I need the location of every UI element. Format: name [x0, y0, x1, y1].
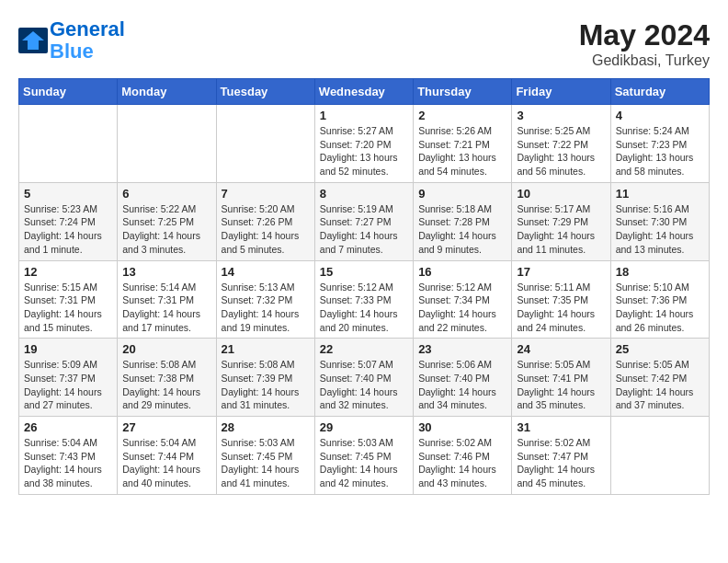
calendar-cell: 20Sunrise: 5:08 AMSunset: 7:38 PMDayligh…: [118, 339, 216, 417]
day-info: Sunrise: 5:02 AMSunset: 7:47 PMDaylight:…: [517, 436, 605, 490]
weekday-header-thursday: Thursday: [414, 79, 512, 105]
day-number: 18: [616, 265, 704, 279]
calendar-cell: 21Sunrise: 5:08 AMSunset: 7:39 PMDayligh…: [216, 339, 314, 417]
calendar-cell: [216, 105, 314, 183]
calendar-cell: 12Sunrise: 5:15 AMSunset: 7:31 PMDayligh…: [19, 260, 118, 339]
day-info: Sunrise: 5:04 AMSunset: 7:44 PMDaylight:…: [122, 436, 210, 490]
logo: GeneralBlue: [18, 18, 125, 63]
day-info: Sunrise: 5:12 AMSunset: 7:34 PMDaylight:…: [418, 281, 506, 335]
calendar-cell: 19Sunrise: 5:09 AMSunset: 7:37 PMDayligh…: [19, 339, 118, 417]
day-info: Sunrise: 5:20 AMSunset: 7:26 PMDaylight:…: [222, 202, 310, 257]
weekday-header-sunday: Sunday: [19, 79, 118, 105]
day-info: Sunrise: 5:26 AMSunset: 7:21 PMDaylight:…: [418, 124, 506, 178]
calendar-cell: 6Sunrise: 5:22 AMSunset: 7:25 PMDaylight…: [118, 182, 216, 260]
calendar-cell: 3Sunrise: 5:25 AMSunset: 7:22 PMDaylight…: [512, 105, 610, 183]
day-info: Sunrise: 5:19 AMSunset: 7:27 PMDaylight:…: [320, 202, 408, 257]
calendar-cell: 30Sunrise: 5:02 AMSunset: 7:46 PMDayligh…: [414, 417, 512, 495]
day-number: 3: [517, 109, 605, 122]
logo-icon: [18, 28, 48, 53]
calendar-cell: [19, 105, 118, 183]
day-number: 26: [24, 420, 112, 434]
weekday-header-monday: Monday: [118, 79, 216, 105]
weekday-header-friday: Friday: [512, 79, 610, 105]
calendar-cell: 17Sunrise: 5:11 AMSunset: 7:35 PMDayligh…: [512, 260, 610, 339]
calendar-cell: 13Sunrise: 5:14 AMSunset: 7:31 PMDayligh…: [118, 260, 216, 339]
calendar-cell: 29Sunrise: 5:03 AMSunset: 7:45 PMDayligh…: [314, 417, 413, 495]
day-info: Sunrise: 5:08 AMSunset: 7:39 PMDaylight:…: [222, 358, 310, 412]
day-number: 10: [517, 187, 605, 201]
location-title: Gedikbasi, Turkey: [579, 52, 710, 69]
day-number: 20: [122, 342, 210, 356]
day-info: Sunrise: 5:06 AMSunset: 7:40 PMDaylight:…: [418, 358, 506, 412]
day-number: 2: [418, 109, 506, 122]
weekday-header-tuesday: Tuesday: [216, 79, 314, 105]
calendar-cell: 10Sunrise: 5:17 AMSunset: 7:29 PMDayligh…: [512, 182, 610, 260]
calendar-cell: 25Sunrise: 5:05 AMSunset: 7:42 PMDayligh…: [610, 339, 709, 417]
day-info: Sunrise: 5:11 AMSunset: 7:35 PMDaylight:…: [517, 281, 605, 335]
day-number: 7: [222, 187, 310, 201]
calendar-cell: 8Sunrise: 5:19 AMSunset: 7:27 PMDaylight…: [314, 182, 413, 260]
day-info: Sunrise: 5:03 AMSunset: 7:45 PMDaylight:…: [320, 436, 408, 490]
day-info: Sunrise: 5:05 AMSunset: 7:41 PMDaylight:…: [517, 358, 605, 412]
day-number: 21: [222, 342, 310, 356]
day-info: Sunrise: 5:02 AMSunset: 7:46 PMDaylight:…: [418, 436, 506, 490]
calendar-cell: 4Sunrise: 5:24 AMSunset: 7:23 PMDaylight…: [610, 105, 709, 183]
day-info: Sunrise: 5:17 AMSunset: 7:29 PMDaylight:…: [517, 202, 605, 257]
title-area: May 2024 Gedikbasi, Turkey: [579, 18, 710, 69]
weekday-header-row: SundayMondayTuesdayWednesdayThursdayFrid…: [19, 79, 710, 105]
calendar-cell: 16Sunrise: 5:12 AMSunset: 7:34 PMDayligh…: [414, 260, 512, 339]
calendar-cell: [118, 105, 216, 183]
day-info: Sunrise: 5:04 AMSunset: 7:43 PMDaylight:…: [24, 436, 112, 490]
day-number: 28: [222, 420, 310, 434]
calendar-cell: 11Sunrise: 5:16 AMSunset: 7:30 PMDayligh…: [610, 182, 709, 260]
calendar-cell: 2Sunrise: 5:26 AMSunset: 7:21 PMDaylight…: [414, 105, 512, 183]
day-number: 22: [320, 342, 408, 356]
day-number: 9: [418, 187, 506, 201]
day-number: 27: [122, 420, 210, 434]
calendar-cell: 15Sunrise: 5:12 AMSunset: 7:33 PMDayligh…: [314, 260, 413, 339]
month-title: May 2024: [579, 18, 710, 52]
day-number: 17: [517, 265, 605, 279]
day-info: Sunrise: 5:15 AMSunset: 7:31 PMDaylight:…: [24, 281, 112, 335]
calendar-week-0: 1Sunrise: 5:27 AMSunset: 7:20 PMDaylight…: [19, 105, 710, 183]
day-info: Sunrise: 5:13 AMSunset: 7:32 PMDaylight:…: [222, 281, 310, 335]
day-info: Sunrise: 5:25 AMSunset: 7:22 PMDaylight:…: [517, 124, 605, 178]
day-info: Sunrise: 5:07 AMSunset: 7:40 PMDaylight:…: [320, 358, 408, 412]
day-info: Sunrise: 5:24 AMSunset: 7:23 PMDaylight:…: [616, 124, 704, 178]
weekday-header-saturday: Saturday: [610, 79, 709, 105]
day-number: 19: [24, 342, 112, 356]
day-info: Sunrise: 5:18 AMSunset: 7:28 PMDaylight:…: [418, 202, 506, 257]
day-number: 6: [122, 187, 210, 201]
day-number: 25: [616, 342, 704, 356]
calendar-cell: 27Sunrise: 5:04 AMSunset: 7:44 PMDayligh…: [118, 417, 216, 495]
day-number: 30: [418, 420, 506, 434]
calendar-cell: [610, 417, 709, 495]
day-info: Sunrise: 5:09 AMSunset: 7:37 PMDaylight:…: [24, 358, 112, 412]
day-number: 13: [122, 265, 210, 279]
day-number: 12: [24, 265, 112, 279]
calendar-cell: 1Sunrise: 5:27 AMSunset: 7:20 PMDaylight…: [314, 105, 413, 183]
logo-text: GeneralBlue: [50, 18, 125, 63]
day-info: Sunrise: 5:08 AMSunset: 7:38 PMDaylight:…: [122, 358, 210, 412]
calendar-cell: 26Sunrise: 5:04 AMSunset: 7:43 PMDayligh…: [19, 417, 118, 495]
day-info: Sunrise: 5:27 AMSunset: 7:20 PMDaylight:…: [320, 124, 408, 178]
calendar-cell: 7Sunrise: 5:20 AMSunset: 7:26 PMDaylight…: [216, 182, 314, 260]
calendar-week-3: 19Sunrise: 5:09 AMSunset: 7:37 PMDayligh…: [19, 339, 710, 417]
day-info: Sunrise: 5:22 AMSunset: 7:25 PMDaylight:…: [122, 202, 210, 257]
calendar-body: 1Sunrise: 5:27 AMSunset: 7:20 PMDaylight…: [19, 105, 710, 495]
day-number: 23: [418, 342, 506, 356]
day-info: Sunrise: 5:12 AMSunset: 7:33 PMDaylight:…: [320, 281, 408, 335]
day-number: 15: [320, 265, 408, 279]
day-number: 24: [517, 342, 605, 356]
day-info: Sunrise: 5:16 AMSunset: 7:30 PMDaylight:…: [616, 202, 704, 257]
calendar-table: SundayMondayTuesdayWednesdayThursdayFrid…: [18, 78, 710, 495]
calendar-cell: 31Sunrise: 5:02 AMSunset: 7:47 PMDayligh…: [512, 417, 610, 495]
day-number: 14: [222, 265, 310, 279]
calendar-cell: 28Sunrise: 5:03 AMSunset: 7:45 PMDayligh…: [216, 417, 314, 495]
day-info: Sunrise: 5:03 AMSunset: 7:45 PMDaylight:…: [222, 436, 310, 490]
day-number: 16: [418, 265, 506, 279]
day-number: 29: [320, 420, 408, 434]
weekday-header-wednesday: Wednesday: [314, 79, 413, 105]
day-number: 8: [320, 187, 408, 201]
calendar-week-2: 12Sunrise: 5:15 AMSunset: 7:31 PMDayligh…: [19, 260, 710, 339]
